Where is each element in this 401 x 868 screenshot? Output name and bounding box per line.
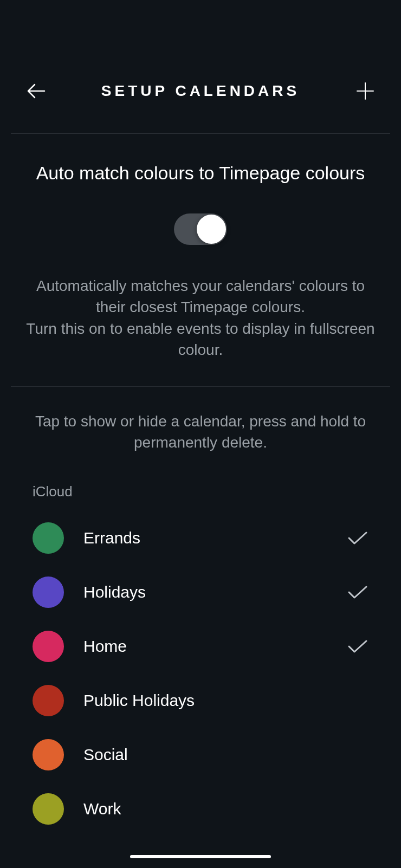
auto-match-section: Auto match colours to Timepage colours A… bbox=[0, 134, 401, 386]
back-icon[interactable] bbox=[26, 81, 46, 101]
color-dot bbox=[33, 631, 64, 662]
check-icon bbox=[347, 585, 368, 600]
add-icon[interactable] bbox=[355, 81, 375, 101]
page-title: SETUP CALENDARS bbox=[101, 82, 300, 100]
calendar-name: Holidays bbox=[83, 583, 347, 601]
calendar-list: Errands Holidays Home Public Holidays So… bbox=[0, 511, 401, 836]
calendar-name: Errands bbox=[83, 529, 347, 547]
color-dot bbox=[33, 522, 64, 554]
calendar-item-social[interactable]: Social bbox=[26, 728, 375, 782]
calendar-name: Work bbox=[83, 800, 368, 818]
calendar-group-title: iCloud bbox=[0, 483, 401, 511]
color-dot bbox=[33, 793, 64, 825]
calendar-name: Home bbox=[83, 637, 347, 656]
check-icon bbox=[347, 639, 368, 654]
calendar-item-work[interactable]: Work bbox=[26, 782, 375, 836]
calendar-item-holidays[interactable]: Holidays bbox=[26, 565, 375, 619]
auto-match-title: Auto match colours to Timepage colours bbox=[22, 160, 379, 186]
calendar-name: Public Holidays bbox=[83, 691, 368, 710]
toggle-knob bbox=[197, 215, 226, 244]
check-icon bbox=[347, 530, 368, 546]
auto-match-description: Automatically matches your calendars' co… bbox=[22, 275, 379, 360]
calendar-item-public-holidays[interactable]: Public Holidays bbox=[26, 673, 375, 728]
auto-match-toggle[interactable] bbox=[174, 213, 227, 245]
color-dot bbox=[33, 576, 64, 608]
calendar-name: Social bbox=[83, 746, 368, 764]
color-dot bbox=[33, 739, 64, 770]
calendar-item-home[interactable]: Home bbox=[26, 619, 375, 673]
home-indicator[interactable] bbox=[130, 855, 271, 858]
calendar-item-errands[interactable]: Errands bbox=[26, 511, 375, 565]
calendar-instruction: Tap to show or hide a calendar, press an… bbox=[0, 387, 401, 483]
color-dot bbox=[33, 685, 64, 716]
header: SETUP CALENDARS bbox=[0, 0, 401, 133]
